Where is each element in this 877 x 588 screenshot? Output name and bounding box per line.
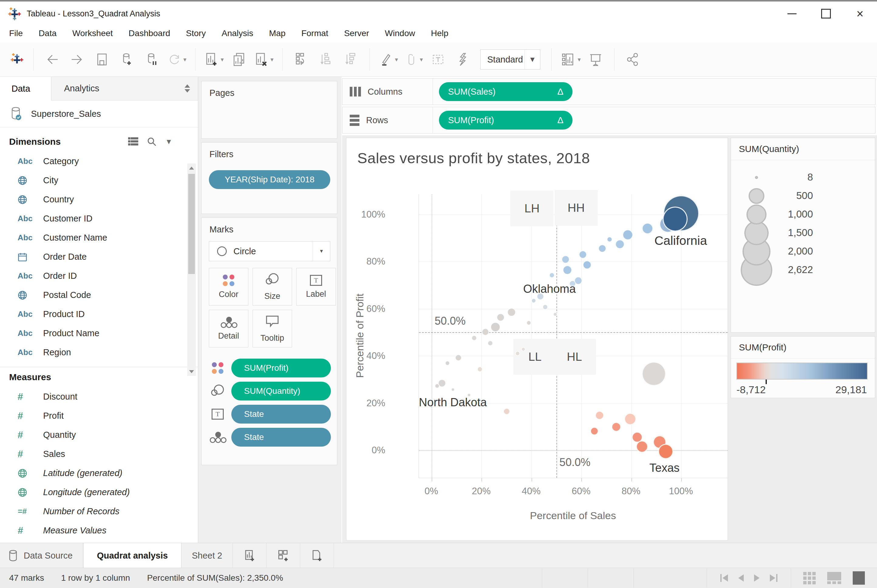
state-bubble[interactable] — [583, 261, 591, 269]
undo-icon[interactable] — [40, 46, 65, 72]
state-bubble[interactable] — [488, 340, 493, 346]
dimension-order-id[interactable]: AbcOrder ID — [0, 266, 198, 285]
nav-next-icon[interactable] — [754, 574, 760, 582]
pages-shelf[interactable]: Pages — [201, 81, 337, 139]
pane-sort-icon[interactable] — [185, 84, 190, 93]
state-bubble[interactable] — [642, 362, 666, 386]
state-bubble[interactable] — [615, 240, 625, 249]
menu-item-file[interactable]: File — [1, 28, 31, 38]
menu-item-server[interactable]: Server — [336, 28, 377, 38]
state-bubble[interactable] — [579, 250, 587, 258]
state-bubble[interactable] — [482, 328, 489, 336]
dimension-customer-id[interactable]: AbcCustomer ID — [0, 209, 198, 228]
filter-pill-year-ship-date[interactable]: YEAR(Ship Date): 2018 — [209, 170, 330, 189]
rows-pill-sum-profit[interactable]: SUM(Profit)Δ — [439, 111, 572, 129]
menu-item-analysis[interactable]: Analysis — [214, 28, 261, 38]
state-bubble[interactable] — [503, 408, 510, 415]
show-hide-cards-icon[interactable]: ▾ — [558, 46, 583, 72]
dimension-postal-code[interactable]: Postal Code — [0, 285, 198, 304]
filters-shelf[interactable]: Filters YEAR(Ship Date): 2018 — [201, 142, 337, 214]
marks-pill-sum-quantity-1[interactable]: SUM(Quantity) — [231, 382, 331, 400]
state-bubble[interactable] — [562, 255, 569, 263]
state-bubble[interactable] — [612, 422, 621, 432]
menu-item-dashboard[interactable]: Dashboard — [121, 28, 178, 38]
dimension-country[interactable]: Country — [0, 190, 198, 209]
run-update-icon[interactable]: ▾ — [164, 46, 189, 72]
pause-updates-icon[interactable] — [139, 46, 164, 72]
new-dashboard-tab-icon[interactable] — [267, 543, 300, 568]
mark-type-caret-icon[interactable]: ▼ — [313, 242, 330, 261]
state-bubble[interactable] — [477, 366, 483, 372]
marks-color-button[interactable]: Color — [209, 268, 248, 306]
dimension-product-id[interactable]: AbcProduct ID — [0, 304, 198, 324]
format-paperclip-icon[interactable]: ▾ — [401, 46, 426, 72]
state-bubble[interactable] — [472, 335, 477, 341]
state-bubble[interactable] — [526, 320, 531, 325]
nav-first-icon[interactable] — [720, 574, 728, 582]
marks-pill-sum-profit-0[interactable]: SUM(Profit) — [231, 358, 331, 377]
new-worksheet-icon[interactable]: ▾ — [201, 46, 227, 72]
measure-profit[interactable]: #Profit — [0, 406, 198, 425]
state-bubble[interactable] — [590, 427, 598, 435]
new-story-tab-icon[interactable] — [300, 543, 334, 568]
tab-data[interactable]: Data — [0, 77, 51, 100]
minimize-button[interactable] — [775, 2, 809, 25]
dimensions-menu-caret-icon[interactable]: ▼ — [165, 138, 173, 146]
state-bubble[interactable] — [636, 441, 648, 453]
clear-sheet-icon[interactable]: ▾ — [251, 46, 276, 72]
dimension-region[interactable]: AbcRegion — [0, 343, 198, 362]
mark-type-dropdown[interactable]: Circle ▼ — [209, 241, 330, 261]
dimension-order-date[interactable]: Order Date — [0, 247, 198, 266]
search-icon[interactable] — [147, 137, 157, 147]
tableau-home-icon[interactable] — [0, 46, 27, 72]
state-bubble[interactable] — [658, 444, 673, 459]
measure-discount[interactable]: #Discount — [0, 387, 198, 406]
dimension-category[interactable]: AbcCategory — [0, 152, 198, 171]
marks-size-button[interactable]: Size — [252, 268, 292, 306]
state-bubble[interactable] — [595, 411, 604, 420]
measure-sales[interactable]: #Sales — [0, 444, 198, 464]
state-bubble[interactable] — [549, 273, 555, 278]
measure-quantity[interactable]: #Quantity — [0, 425, 198, 444]
dimension-city[interactable]: City — [0, 171, 198, 190]
fit-selector-caret-icon[interactable]: ▼ — [524, 50, 540, 69]
state-bubble[interactable] — [445, 361, 450, 366]
dimension-product-name[interactable]: AbcProduct Name — [0, 324, 198, 343]
menu-item-format[interactable]: Format — [294, 28, 336, 38]
menu-item-story[interactable]: Story — [178, 28, 214, 38]
nav-previous-icon[interactable] — [738, 574, 744, 582]
dimension-customer-name[interactable]: AbcCustomer Name — [0, 228, 198, 247]
share-icon[interactable] — [620, 46, 646, 72]
measure-longitude-generated[interactable]: Longitude (generated) — [0, 483, 198, 502]
state-bubble[interactable] — [515, 351, 520, 356]
columns-pill-sum-sales[interactable]: SUM(Sales)Δ — [439, 82, 572, 101]
menu-item-map[interactable]: Map — [261, 28, 293, 38]
sheet-tab-quadrat-analysis[interactable]: Quadrat analysis — [83, 543, 182, 568]
state-bubble[interactable] — [663, 207, 688, 231]
sort-descending-icon[interactable] — [338, 46, 363, 72]
show-sheet-icon[interactable] — [827, 572, 841, 584]
marks-label-button[interactable]: TLabel — [296, 268, 336, 306]
sheet-tab-data-source[interactable]: Data Source — [0, 543, 83, 568]
close-button[interactable]: × — [843, 2, 877, 25]
state-bubble[interactable] — [451, 388, 455, 392]
marks-detail-button[interactable]: Detail — [209, 310, 248, 347]
state-bubble[interactable] — [607, 237, 612, 242]
menu-item-worksheet[interactable]: Worksheet — [65, 28, 120, 38]
measure-measure-values[interactable]: #Measure Values — [0, 521, 198, 540]
swap-axes-icon[interactable] — [289, 46, 314, 72]
state-bubble[interactable] — [563, 266, 572, 274]
measure-number-of-records[interactable]: =#Number of Records — [0, 502, 198, 521]
fit-selector[interactable]: Standard ▼ — [480, 50, 541, 69]
state-bubble[interactable] — [553, 312, 557, 316]
measure-latitude-generated[interactable]: Latitude (generated) — [0, 464, 198, 483]
columns-shelf[interactable]: Columns SUM(Sales)Δ — [342, 78, 875, 105]
menu-item-window[interactable]: Window — [377, 28, 423, 38]
save-icon[interactable] — [90, 46, 114, 72]
scrollbar-thumb[interactable] — [188, 174, 195, 274]
color-gradient-bar[interactable] — [736, 363, 868, 380]
presentation-mode-icon[interactable] — [583, 46, 608, 72]
marks-tooltip-button[interactable]: Tooltip — [252, 310, 292, 347]
menu-item-help[interactable]: Help — [423, 28, 456, 38]
new-worksheet-tab-icon[interactable] — [233, 543, 267, 568]
